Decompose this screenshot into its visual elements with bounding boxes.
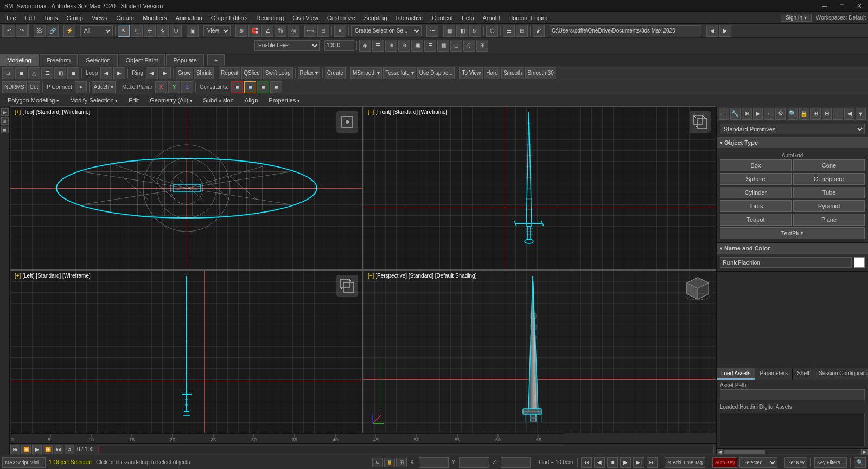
select-region-button[interactable]: ⬚ [131,25,143,37]
viewport-left-label[interactable]: [+] [Left] [Standard] [Wireframe] [15,273,91,279]
teapot-btn[interactable]: Teapot [720,214,792,226]
loop-dec-btn[interactable]: ◀ [100,67,112,79]
menu-animation[interactable]: Animation [171,14,207,22]
ls-icon1[interactable]: ⊞ [1,117,9,125]
nav-cube-top[interactable] [336,111,358,133]
bb-play-start[interactable]: ⏮ [581,457,592,468]
mtl-editor[interactable]: ⬡ [486,25,498,37]
go-end-btn[interactable]: ⏭ [54,445,63,454]
tab-modeling[interactable]: Modeling [0,54,39,66]
timeline-track[interactable] [98,446,714,453]
layer-icon3[interactable]: ⊕ [385,40,397,52]
viewport-top[interactable]: [+] [Top] [Standard] [Wireframe] [10,106,363,270]
scale-button[interactable]: ⬡ [170,25,182,37]
render-active[interactable]: ▷ [469,25,481,37]
menu-arnold[interactable]: Arnold [478,14,505,22]
play-btn[interactable]: ▶ [32,445,42,454]
viewport-front-label[interactable]: [+] [Front] [Standard] [Wireframe] [368,109,447,115]
scene-explorer[interactable]: ☰ [503,25,515,37]
nurms-btn[interactable]: NURMS [2,81,27,93]
x-input[interactable] [419,457,449,468]
tab-parameters[interactable]: Parameters [755,368,793,380]
layer-mgr[interactable]: ≡ [334,25,346,37]
tab-session-config[interactable]: Session Configuration [814,368,868,380]
constraint1[interactable]: ■ [231,81,243,93]
menu-modifiers[interactable]: Modifiers [138,14,171,22]
menu-content[interactable]: Content [427,14,457,22]
render-setup[interactable]: ▦ [443,25,455,37]
msmooth-btn[interactable]: MSmooth ▾ [350,67,382,79]
menu-customize[interactable]: Customize [323,14,360,22]
percent-snap[interactable]: % [275,25,286,37]
rp-modify-btn[interactable]: 🔧 [730,108,741,120]
coord-mode-btn[interactable]: ⊕ [372,458,383,467]
nav-cube-left[interactable] [336,275,358,297]
hard-btn[interactable]: Hard [484,67,500,79]
geometry-all-menu[interactable]: Geometry (All) [146,96,195,105]
to-view-btn[interactable]: To View [459,67,483,79]
filter-select[interactable]: All [80,25,113,36]
prev-frame-btn[interactable]: ⏪ [21,445,31,454]
menu-tools[interactable]: Tools [40,14,62,22]
menu-graph-editors[interactable]: Graph Editors [207,14,252,22]
key-filters-btn[interactable]: Key Filters... [814,457,847,468]
repeat-btn[interactable]: Repeat [219,67,240,79]
viewport-perspective[interactable]: [+] [Perspective] [Standard] [Default Sh… [363,270,716,434]
connect-btn[interactable]: ● [75,81,87,93]
box-btn[interactable]: Box [720,159,792,171]
layer-icon7[interactable]: ▦ [437,40,449,52]
sphere-btn[interactable]: Sphere [720,173,792,185]
swiftloop-btn[interactable]: Swift Loop [263,67,293,79]
nav-cube-persp[interactable] [684,275,711,302]
name-input[interactable] [720,257,852,268]
align-button[interactable]: ⊟ [317,25,329,37]
properties-menu[interactable]: Properties [265,96,303,105]
bb-stop[interactable]: ■ [607,457,618,468]
menu-rendering[interactable]: Rendering [252,14,289,22]
loop-inc-btn[interactable]: ▶ [113,67,125,79]
play-mode-btn[interactable]: ↺ [65,445,74,454]
pivot-button[interactable]: ⊕ [235,25,247,37]
rp-hierarchy-btn[interactable]: ⊕ [742,108,752,120]
menu-help[interactable]: Help [457,14,478,22]
layer-icon6[interactable]: ☰ [424,40,436,52]
ls-play-btn[interactable]: ▶ [1,108,9,116]
layer-icon10[interactable]: ⊞ [476,40,488,52]
z-axis-btn[interactable]: Z [181,81,193,93]
subdivision-menu[interactable]: Subdivision [200,96,237,105]
undo-button[interactable]: ↶ [3,25,15,37]
rp-utilities-btn[interactable]: ⚙ [775,108,786,120]
tessellate-btn[interactable]: Tessellate ▾ [383,67,416,79]
relax-btn[interactable]: Relax ▾ [298,67,320,79]
y-input[interactable] [459,457,489,468]
rp-extra-btn[interactable]: ≡ [833,108,843,120]
pyramid-btn[interactable]: Pyramid [793,200,865,212]
scroll-right-btn[interactable]: ▶ [861,449,868,455]
layer-explorer[interactable]: ⊞ [516,25,528,37]
use-displace-btn[interactable]: Use Displac... [417,67,455,79]
signin-button[interactable]: Sign In ▾ [781,14,812,22]
layer-arrow1[interactable]: ◀ [706,25,718,37]
edit-menu[interactable]: Edit [125,96,142,105]
cylinder-btn[interactable]: Cylinder [720,187,792,198]
rp-extra3-btn[interactable]: ▼ [856,108,866,120]
next-frame-btn[interactable]: ⏩ [43,445,53,454]
y-axis-btn[interactable]: Y [168,81,180,93]
constraint4[interactable]: ■ [270,81,282,93]
geosphere-btn[interactable]: GeoSphere [793,173,865,185]
torus-btn[interactable]: Torus [720,200,792,212]
qslice-btn[interactable]: QSlice [241,67,261,79]
menu-houdini[interactable]: Houdini Engine [504,14,553,22]
selected-select[interactable]: Selected [739,457,777,468]
shrink-btn[interactable]: Shrink [194,67,214,79]
nav-cube-front[interactable] [690,111,711,133]
search-icon-btn[interactable]: 🔍 [854,457,866,468]
viewport-top-label[interactable]: [+] [Top] [Standard] [Wireframe] [15,109,90,115]
viewport-persp-label[interactable]: [+] [Perspective] [Standard] [Default Sh… [368,273,476,279]
viewport-left[interactable]: [+] [Left] [Standard] [Wireframe] [10,270,363,434]
menu-scripting[interactable]: Scripting [360,14,392,22]
tab-populate[interactable]: Populate [166,54,203,66]
snap-button[interactable]: 🧲 [248,25,260,37]
smooth-btn[interactable]: Smooth [501,67,524,79]
cut-btn[interactable]: Cut [28,81,41,93]
